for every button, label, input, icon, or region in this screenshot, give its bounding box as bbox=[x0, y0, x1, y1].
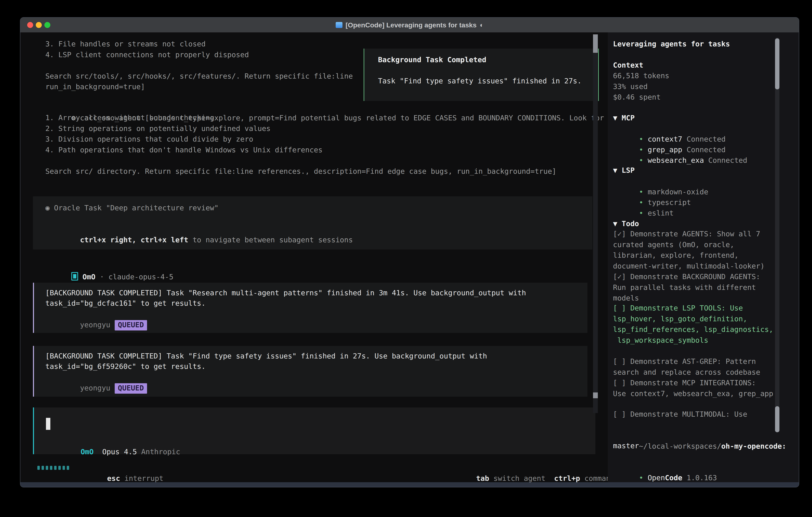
context-stats: 66,518 tokens 33% used $0.46 spent bbox=[613, 71, 669, 103]
input-provider: Anthropic bbox=[137, 447, 180, 456]
bullet-icon: • bbox=[639, 156, 647, 164]
todo-active-item: [ ] Demonstrate LSP TOOLS: Use lsp_hover… bbox=[613, 303, 773, 346]
sidebar-scrollbar-thumb[interactable] bbox=[775, 38, 779, 89]
esc-key-label: interrupt bbox=[120, 474, 164, 483]
traffic-lights bbox=[27, 22, 50, 28]
task-result-box: [BACKGROUND TASK COMPLETED] Task "Find t… bbox=[33, 346, 587, 397]
window-titlebar[interactable]: [OpenCode] Leveraging agents for tasks ◐ bbox=[20, 18, 799, 33]
tab-key-label: switch agent bbox=[489, 474, 546, 483]
task-result-meta: yeongyu QUEUED bbox=[46, 372, 147, 404]
task-result-line1: [BACKGROUND TASK COMPLETED] Task "Resear… bbox=[46, 288, 526, 298]
session-sidebar: Leveraging agents for tasks Context 66,5… bbox=[608, 32, 799, 483]
oracle-task-hint: ctrl+x right, ctrl+x left to navigate be… bbox=[46, 224, 353, 256]
spinner-dot bbox=[54, 466, 57, 470]
oracle-hint-text: to navigate between subagent sessions bbox=[188, 236, 353, 244]
window-bottom-edge bbox=[20, 482, 799, 487]
bullet-icon: • bbox=[639, 209, 647, 217]
app-version-number: 1.0.163 bbox=[682, 473, 717, 482]
main-scrollbar-thumb[interactable] bbox=[593, 34, 598, 53]
close-button[interactable] bbox=[27, 22, 33, 28]
input-agent-name: OmO bbox=[81, 447, 93, 456]
terminal-main-pane: 3. File handles or streams not closed 4.… bbox=[20, 32, 608, 483]
context-heading: Context bbox=[613, 60, 643, 71]
spinner-dot bbox=[62, 466, 65, 470]
todo-done-items: [✓] Demonstrate AGENTS: Show all 7 curat… bbox=[613, 228, 765, 303]
agent-model: · claude-opus-4-5 bbox=[95, 273, 173, 281]
workspace-branch: master bbox=[613, 440, 639, 451]
spinner-dot bbox=[58, 466, 61, 470]
task-user: yeongyu bbox=[80, 384, 115, 392]
notification-body: Task "Find type safety issues" finished … bbox=[378, 76, 582, 86]
maximize-button[interactable] bbox=[45, 22, 50, 28]
app-name: Open bbox=[647, 473, 665, 482]
minimize-button[interactable] bbox=[36, 22, 42, 28]
main-scrollbar-track[interactable] bbox=[593, 34, 598, 413]
desktop: { "titlebar": { "title": "[OpenCode] Lev… bbox=[0, 0, 812, 517]
prompt-input[interactable]: OmO Opus 4.5 Anthropic bbox=[33, 407, 596, 454]
oracle-task-title: ◉ Oracle Task "Deep architecture review" bbox=[46, 202, 219, 213]
session-status-icon: ◐ bbox=[480, 21, 484, 29]
oracle-hint-keys: ctrl+x right, ctrl+x left bbox=[80, 236, 188, 244]
window-title: [OpenCode] Leveraging agents for tasks ◐ bbox=[336, 21, 484, 29]
tab-key-hint: tab bbox=[476, 474, 489, 483]
todo-pending-items: [ ] Demonstrate MULTIMODAL: Use bbox=[613, 409, 747, 419]
sidebar-scrollbar-thumb[interactable] bbox=[775, 406, 779, 432]
tool-call-detail: 1. Array access without bounds checking … bbox=[46, 112, 556, 176]
spinner-dot bbox=[50, 466, 52, 470]
terminal-window: [OpenCode] Leveraging agents for tasks ◐… bbox=[20, 17, 799, 487]
background-task-notification: Background Task Completed Task "Find typ… bbox=[364, 49, 599, 101]
oracle-task-box: ◉ Oracle Task "Deep architecture review"… bbox=[33, 196, 592, 249]
status-badge: QUEUED bbox=[115, 320, 147, 330]
lsp-server-name: eslint bbox=[647, 209, 673, 217]
task-result-line2: task_id="bg_6f59260c" to get results. bbox=[46, 361, 206, 372]
task-result-box: [BACKGROUND TASK COMPLETED] Task "Resear… bbox=[33, 283, 587, 333]
spinner-dot bbox=[41, 466, 44, 470]
mcp-server-name: websearch_exa bbox=[647, 156, 704, 164]
sidebar-scrollbar-track[interactable] bbox=[775, 37, 779, 432]
document-icon bbox=[336, 22, 343, 28]
scrollback-text: 3. File handles or streams not closed 4.… bbox=[46, 38, 353, 92]
spinner-dot bbox=[46, 466, 48, 470]
status-badge: QUEUED bbox=[115, 383, 147, 393]
activity-spinner bbox=[37, 466, 69, 470]
workspace-path-prefix: ~/local-workspaces/ bbox=[639, 442, 721, 450]
todo-section-heading[interactable]: ▼ Todo bbox=[613, 218, 639, 229]
app-name-bold: Code bbox=[665, 473, 682, 482]
statusbar-gap bbox=[546, 474, 554, 483]
task-result-line1: [BACKGROUND TASK COMPLETED] Task "Find t… bbox=[46, 351, 487, 361]
input-model: Opus 4.5 bbox=[93, 447, 137, 456]
workspace-repo: oh-my-opencode: bbox=[721, 442, 786, 450]
spinner-dot bbox=[37, 466, 40, 470]
bullet-icon: • bbox=[639, 473, 647, 482]
task-result-line2: task_id="bg_dcfac161" to get results. bbox=[46, 298, 206, 309]
sidebar-session-title: Leveraging agents for tasks bbox=[613, 38, 730, 49]
mcp-server-status: Connected bbox=[704, 156, 747, 164]
lsp-section-heading[interactable]: ▼ LSP bbox=[613, 165, 635, 176]
agent-avatar-icon bbox=[71, 272, 78, 280]
esc-key-hint: esc bbox=[107, 474, 120, 483]
agent-name: OmO bbox=[83, 273, 95, 281]
text-cursor bbox=[46, 418, 50, 430]
ctrlp-key-hint: ctrl+p bbox=[554, 474, 580, 483]
task-result-meta: yeongyu QUEUED bbox=[46, 309, 147, 341]
mcp-section-heading[interactable]: ▼ MCP bbox=[613, 113, 635, 124]
main-scrollbar-mark[interactable] bbox=[593, 392, 598, 398]
task-user: yeongyu bbox=[80, 321, 115, 329]
spinner-dot bbox=[67, 466, 69, 470]
window-title-text: [OpenCode] Leveraging agents for tasks bbox=[346, 21, 477, 29]
todo-pending-items: [ ] Demonstrate AST-GREP: Pattern search… bbox=[613, 356, 773, 399]
notification-title: Background Task Completed bbox=[378, 54, 486, 65]
